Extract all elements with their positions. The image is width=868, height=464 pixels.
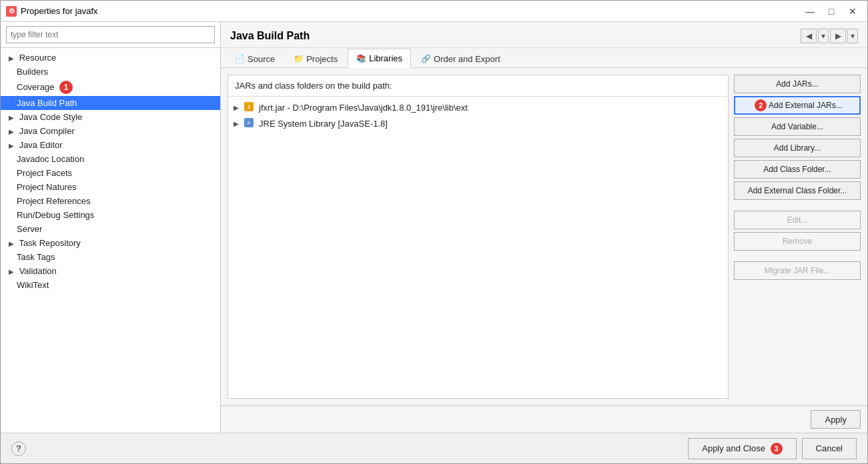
sidebar-item-label: Java Build Path	[17, 98, 77, 108]
content-area: JARs and class folders on the build path…	[221, 68, 867, 405]
list-item-label: jfxrt.jar - D:\Program Files\Java\jdk1.8…	[259, 103, 468, 113]
sidebar-item-label: Java Compiler	[19, 126, 75, 136]
main-window: ⚙ Properties for javafx — □ ✕ ▶ Resource…	[0, 0, 868, 464]
lib-icon: ≡	[244, 118, 255, 129]
sidebar-item-label: Resource	[19, 53, 57, 63]
build-path-list: ▶ J jfxrt.jar - D:\Program Files\Java\jd…	[228, 97, 728, 398]
sidebar-item-label: Coverage	[17, 82, 54, 92]
window-controls: — □ ✕	[801, 4, 862, 19]
sidebar: ▶ Resource Builders Coverage 1 Java Buil…	[1, 22, 221, 433]
migrate-jar-button[interactable]: Migrate JAR File...	[734, 261, 861, 280]
sidebar-item-label: Java Code Style	[19, 112, 83, 122]
apply-close-button[interactable]: Apply and Close 3	[688, 438, 796, 459]
maximize-button[interactable]: □	[822, 4, 841, 19]
add-external-jars-badge: 2	[755, 99, 767, 111]
list-item-arrow: ▶	[234, 104, 242, 111]
sidebar-item-wikitext[interactable]: WikiText	[1, 278, 220, 292]
sidebar-item-label: Task Tags	[17, 252, 55, 262]
source-tab-icon: 📄	[235, 54, 245, 63]
tab-libraries-label: Libraries	[369, 53, 402, 63]
expand-arrow: ▶	[9, 128, 14, 135]
filter-box	[1, 22, 220, 48]
window-icon: ⚙	[6, 6, 17, 17]
sidebar-item-java-editor[interactable]: ▶ Java Editor	[1, 138, 220, 152]
tab-source[interactable]: 📄 Source	[226, 49, 284, 68]
sidebar-tree: ▶ Resource Builders Coverage 1 Java Buil…	[1, 48, 220, 433]
action-buttons-column: Add JARs... 2 Add External JARs... Add V…	[734, 75, 861, 399]
coverage-badge: 1	[59, 81, 73, 94]
panel-header: Java Build Path ◀ ▾ ▶ ▾	[221, 22, 867, 48]
sidebar-item-label: Project Facets	[17, 168, 72, 178]
sidebar-item-label: WikiText	[17, 280, 49, 290]
sidebar-item-label: Builders	[17, 67, 48, 77]
sidebar-item-javadoc[interactable]: Javadoc Location	[1, 152, 220, 166]
tab-order-export-label: Order and Export	[434, 54, 500, 64]
panel-title: Java Build Path	[230, 30, 310, 42]
libraries-tab-icon: 📚	[356, 54, 366, 63]
sidebar-item-validation[interactable]: ▶ Validation	[1, 264, 220, 278]
sidebar-item-builders[interactable]: Builders	[1, 65, 220, 79]
tabs-bar: 📄 Source 📁 Projects 📚 Libraries 🔗 Order …	[221, 48, 867, 68]
expand-arrow: ▶	[9, 55, 14, 62]
add-variable-button[interactable]: Add Variable...	[734, 117, 861, 136]
minimize-button[interactable]: —	[801, 4, 819, 19]
sidebar-item-project-references[interactable]: Project References	[1, 194, 220, 208]
sidebar-item-coverage[interactable]: Coverage 1	[1, 79, 220, 96]
sidebar-item-run-debug[interactable]: Run/Debug Settings	[1, 208, 220, 222]
expand-arrow: ▶	[9, 268, 14, 275]
title-bar: ⚙ Properties for javafx — □ ✕	[1, 1, 867, 22]
list-item-arrow: ▶	[234, 120, 242, 127]
sidebar-item-java-code-style[interactable]: ▶ Java Code Style	[1, 110, 220, 124]
add-external-jars-button[interactable]: 2 Add External JARs...	[734, 96, 861, 115]
tab-order-export[interactable]: 🔗 Order and Export	[412, 49, 509, 68]
sidebar-item-java-build-path[interactable]: Java Build Path	[1, 96, 220, 110]
nav-back-dropdown[interactable]: ▾	[818, 29, 829, 43]
expand-arrow: ▶	[9, 114, 14, 121]
projects-tab-icon: 📁	[294, 54, 304, 63]
tab-libraries[interactable]: 📚 Libraries	[348, 49, 411, 68]
add-class-folder-button[interactable]: Add Class Folder...	[734, 160, 861, 179]
nav-forward-dropdown[interactable]: ▾	[847, 29, 858, 43]
bottom-row: Apply	[221, 405, 867, 433]
add-external-class-folder-button[interactable]: Add External Class Folder...	[734, 181, 861, 200]
tab-projects[interactable]: 📁 Projects	[285, 49, 346, 68]
sidebar-item-server[interactable]: Server	[1, 222, 220, 236]
remove-button[interactable]: Remove	[734, 232, 861, 251]
apply-close-badge: 3	[771, 443, 783, 455]
order-export-tab-icon: 🔗	[421, 54, 431, 63]
expand-arrow: ▶	[9, 240, 14, 247]
add-library-button[interactable]: Add Library...	[734, 139, 861, 157]
window-title: Properties for javafx	[21, 6, 801, 16]
tab-projects-label: Projects	[306, 54, 338, 64]
apply-button[interactable]: Apply	[811, 410, 861, 429]
add-jars-button[interactable]: Add JARs...	[734, 75, 861, 93]
sidebar-item-project-natures[interactable]: Project Natures	[1, 180, 220, 194]
close-button[interactable]: ✕	[843, 4, 862, 19]
add-external-jars-label: Add External JARs...	[769, 101, 843, 110]
sidebar-item-task-tags[interactable]: Task Tags	[1, 250, 220, 264]
filter-input[interactable]	[6, 26, 215, 43]
right-panel: Java Build Path ◀ ▾ ▶ ▾ 📄 Source 📁 Proje…	[221, 22, 867, 433]
list-item[interactable]: ▶ J jfxrt.jar - D:\Program Files\Java\jd…	[228, 99, 728, 115]
sidebar-item-resource[interactable]: ▶ Resource	[1, 51, 220, 65]
footer-buttons: Apply and Close 3 Cancel	[688, 438, 857, 459]
jar-icon: J	[244, 102, 255, 113]
help-button[interactable]: ?	[11, 441, 26, 456]
sidebar-item-label: Run/Debug Settings	[17, 210, 94, 220]
tab-source-label: Source	[248, 54, 275, 64]
build-path-panel: JARs and class folders on the build path…	[228, 75, 729, 399]
sidebar-item-project-facets[interactable]: Project Facets	[1, 166, 220, 180]
cancel-button[interactable]: Cancel	[802, 438, 857, 459]
expand-arrow: ▶	[9, 142, 14, 149]
edit-button[interactable]: Edit...	[734, 211, 861, 229]
panel-nav-buttons: ◀ ▾ ▶ ▾	[801, 29, 858, 43]
nav-back-button[interactable]: ◀	[801, 29, 817, 43]
sidebar-item-label: Project Natures	[17, 182, 77, 192]
sidebar-item-label: Javadoc Location	[17, 154, 84, 164]
list-item[interactable]: ▶ ≡ JRE System Library [JavaSE-1.8]	[228, 115, 728, 131]
nav-forward-button[interactable]: ▶	[830, 29, 846, 43]
sidebar-item-java-compiler[interactable]: ▶ Java Compiler	[1, 124, 220, 138]
sidebar-item-task-repository[interactable]: ▶ Task Repository	[1, 236, 220, 250]
list-item-label: JRE System Library [JavaSE-1.8]	[259, 119, 388, 129]
main-content: ▶ Resource Builders Coverage 1 Java Buil…	[1, 22, 867, 433]
